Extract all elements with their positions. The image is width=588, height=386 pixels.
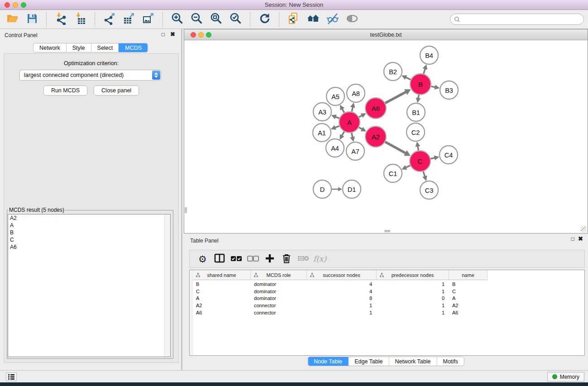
graph-node-A7[interactable]: A7 — [346, 142, 364, 160]
mcds-result-list[interactable]: A2ABCA6 — [8, 214, 171, 357]
graph-node-C1[interactable]: C1 — [384, 164, 402, 182]
vertical-scroll-stub[interactable] — [185, 207, 187, 213]
memory-button[interactable]: Memory — [547, 372, 584, 381]
show-hide-button[interactable] — [342, 11, 362, 28]
zoom-selected-button[interactable] — [226, 11, 245, 28]
table-cell[interactable]: A2 — [193, 302, 251, 310]
mcds-result-item[interactable]: A2 — [8, 214, 170, 222]
graph-node-D1[interactable]: D1 — [343, 180, 361, 198]
graph-node-A5[interactable]: A5 — [326, 87, 344, 105]
table-cell[interactable]: A6 — [449, 310, 488, 317]
table-cell[interactable]: 4 — [307, 281, 377, 288]
table-cell[interactable]: 1 — [307, 310, 377, 317]
import-table-button[interactable] — [71, 11, 90, 28]
table-float-icon[interactable]: □ — [571, 236, 574, 242]
search-input[interactable] — [462, 15, 580, 24]
network-canvas[interactable]: B4B2BB3A5A8A6B1A3AA1C2A2A4A7C4CC1C3DD1 — [184, 41, 588, 233]
table-cell[interactable]: B — [449, 281, 488, 288]
table-cell[interactable]: 1 — [377, 310, 449, 317]
column-header-shared-name[interactable]: shared name — [193, 270, 251, 280]
export-network-button[interactable] — [100, 11, 119, 28]
close-panel-button[interactable]: Close panel — [94, 86, 139, 95]
table-cell[interactable]: 8 — [307, 295, 377, 302]
table-cell[interactable]: A — [449, 295, 488, 302]
graph-node-A8[interactable]: A8 — [347, 84, 365, 102]
table-tab-node-table[interactable]: Node Table — [308, 357, 348, 366]
criterion-dropdown[interactable]: largest connected component (directed) — [19, 70, 161, 81]
table-row[interactable]: Adominator80A — [193, 295, 584, 302]
mcds-result-item[interactable]: A6 — [8, 243, 170, 251]
home-button[interactable] — [303, 11, 323, 28]
table-tab-motifs[interactable]: Motifs — [436, 357, 464, 366]
table-row[interactable]: A6connector11A6 — [193, 310, 584, 317]
float-panel-icon[interactable]: □ — [162, 32, 165, 37]
table-cell[interactable]: 0 — [377, 295, 449, 302]
horizontal-scroll-stub[interactable] — [384, 230, 390, 232]
table-cell[interactable]: dominator — [251, 288, 307, 295]
select-all-button[interactable] — [228, 252, 244, 266]
graph-node-B3[interactable]: B3 — [440, 81, 458, 99]
graph-node-C2[interactable]: C2 — [406, 123, 425, 141]
search-field[interactable] — [450, 14, 584, 25]
table-close-icon[interactable]: ✖ — [578, 236, 583, 242]
copy-network-button[interactable] — [284, 11, 303, 28]
delete-button[interactable] — [278, 252, 295, 266]
table-cell[interactable]: dominator — [251, 281, 307, 288]
graph-node-B4[interactable]: B4 — [420, 46, 438, 64]
graph-node-B1[interactable]: B1 — [407, 103, 425, 121]
import-network-button[interactable] — [51, 11, 71, 28]
table-row[interactable]: Cdominator41C — [193, 288, 584, 295]
column-header-name[interactable]: name — [449, 270, 488, 280]
table-cell[interactable]: 1 — [377, 281, 449, 288]
table-cell[interactable]: 1 — [377, 288, 449, 295]
graph-node-A[interactable]: A — [339, 112, 360, 133]
table-tab-network-table[interactable]: Network Table — [389, 357, 437, 366]
graph-node-C[interactable]: C — [410, 151, 430, 172]
graph-node-A2[interactable]: A2 — [365, 126, 386, 147]
tab-style[interactable]: Style — [66, 43, 91, 52]
mcds-result-item[interactable]: C — [8, 236, 170, 243]
task-history-button[interactable] — [6, 372, 17, 381]
columns-button[interactable] — [211, 252, 228, 266]
column-header-successor-nodes[interactable]: successor nodes — [307, 270, 377, 280]
mcds-result-item[interactable]: B — [8, 229, 170, 236]
settings-button[interactable]: ⚙ — [194, 252, 211, 266]
table-cell[interactable]: C — [449, 288, 488, 295]
run-mcds-button[interactable]: Run MCDS — [43, 86, 87, 95]
graph-node-A1[interactable]: A1 — [313, 124, 331, 142]
result-scrollbar[interactable] — [164, 214, 170, 357]
graph-node-A6[interactable]: A6 — [365, 98, 386, 119]
graph-node-B[interactable]: B — [410, 74, 431, 95]
tab-mcds[interactable]: MCDS — [119, 43, 148, 52]
network-window-titlebar[interactable]: testGlobe.txt — [184, 29, 588, 40]
table-cell[interactable]: 4 — [307, 288, 377, 295]
table-cell[interactable]: B — [193, 281, 251, 288]
table-cell[interactable]: 1 — [307, 302, 377, 310]
mcds-result-item[interactable]: A — [8, 222, 170, 229]
table-tab-edge-table[interactable]: Edge Table — [348, 357, 388, 366]
table-cell[interactable]: 1 — [377, 302, 449, 310]
graph-node-C4[interactable]: C4 — [440, 146, 458, 164]
save-session-button[interactable] — [22, 11, 42, 28]
open-session-button[interactable] — [3, 11, 22, 28]
table-cell[interactable]: A6 — [193, 310, 251, 317]
graph-node-B2[interactable]: B2 — [384, 62, 402, 81]
table-cell[interactable]: A — [193, 295, 251, 302]
column-header-predecessor-nodes[interactable]: predecessor nodes — [377, 270, 449, 280]
resize-grip[interactable] — [581, 226, 587, 232]
graph-node-D[interactable]: D — [313, 180, 331, 198]
table-cell[interactable]: connector — [251, 302, 307, 310]
table-row[interactable]: A2connector11A2 — [193, 302, 584, 310]
graph-node-A3[interactable]: A3 — [313, 103, 331, 121]
refresh-button[interactable] — [255, 11, 274, 28]
table-row[interactable]: Bdominator41B — [193, 281, 584, 288]
graph-node-C3[interactable]: C3 — [420, 181, 438, 199]
deselect-all-button[interactable] — [244, 252, 261, 266]
add-button[interactable] — [261, 252, 278, 266]
zoom-out-button[interactable] — [187, 11, 206, 28]
zoom-fit-button[interactable] — [206, 11, 226, 28]
graph-node-A4[interactable]: A4 — [326, 139, 344, 157]
tab-network[interactable]: Network — [33, 43, 66, 52]
tab-select[interactable]: Select — [91, 43, 119, 52]
toggle-graphics-details-button[interactable] — [323, 11, 342, 28]
